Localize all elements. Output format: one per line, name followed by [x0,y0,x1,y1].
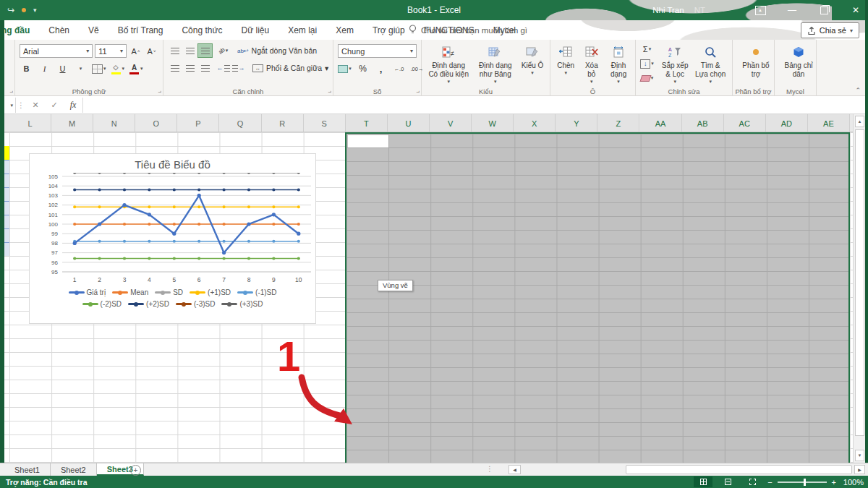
align-bottom-button[interactable] [198,44,212,57]
column-header-S[interactable]: S [304,114,346,132]
alignment-dialog-launcher[interactable]: ⌐ [325,88,331,95]
vertical-scrollbar[interactable]: ▲ ▼ [853,114,865,463]
ribbon-tab-xem[interactable]: Xem [326,20,363,40]
align-center-button[interactable] [183,61,197,74]
column-header-Q[interactable]: Q [220,114,262,132]
ribbon-tab-bố-trí-trang[interactable]: Bố trí Trang [109,20,173,40]
percent-style-button[interactable]: % [356,62,370,75]
chart-legend[interactable]: Giá trịMeanSD(+1)SD(-1)SD(-2)SD(+2)SD(-3… [30,288,315,308]
scroll-left-icon[interactable]: ◀ [509,465,521,474]
column-header-M[interactable]: M [51,114,93,132]
enter-button[interactable]: ✓ [45,98,64,113]
collapse-ribbon-icon[interactable]: ⌃ [855,87,861,94]
ribbon-tab-công-thức[interactable]: Công thức [172,20,231,40]
chart-object[interactable]: Tiêu đề Biểu đồ 959697989910010110210310… [29,153,316,324]
number-format-select[interactable]: Chung▾ [338,44,417,58]
decrease-indent-button[interactable]: ← [216,61,230,74]
accounting-format-button[interactable]: ▾ [338,62,352,75]
find-select-button[interactable]: Tìm & Lựa chọn [693,43,728,85]
tell-me-box[interactable]: Cho tôi biết bạn muốn làm gì [409,20,527,40]
sheet-tab-sheet2[interactable]: Sheet2 [51,463,97,476]
minimize-button[interactable]: — [786,4,799,17]
orientation-button[interactable]: ab▾ [216,44,230,57]
zoom-slider[interactable] [778,481,827,483]
scroll-down-icon[interactable]: ▼ [855,450,864,461]
sheet-grid[interactable]: Tiêu đề Biểu đồ 959697989910010110210310… [0,132,854,463]
ribbon-tab-dữ-liệu[interactable]: Dữ liệu [231,20,278,40]
vertical-scroll-thumb[interactable] [855,129,864,436]
selected-range[interactable] [345,132,850,463]
restore-button[interactable] [817,4,830,17]
column-header-Y[interactable]: Y [556,114,597,132]
ribbon-tab-trợ-giúp[interactable]: Trợ giúp [363,20,414,40]
format-as-table-button[interactable]: Định dạng như Bảng [474,43,516,85]
active-cell-T1[interactable] [348,135,388,147]
italic-button[interactable]: I [38,62,51,75]
addins-button[interactable]: Phần bổ trợ [737,43,775,80]
ribbon-tab-xem-lại[interactable]: Xem lại [278,20,326,40]
increase-indent-button[interactable]: → [231,61,245,74]
column-header-X[interactable]: X [514,114,556,132]
borders-button[interactable]: ▾ [92,62,106,75]
tab-bar-handle[interactable]: ⋮ [486,465,493,473]
highlighted-yellow-cell[interactable] [4,146,9,160]
insert-cells-button[interactable]: Chèn [555,43,576,77]
close-button[interactable]: ✕ [849,4,862,17]
zoom-slider-thumb[interactable] [804,479,806,486]
page-layout-view-button[interactable] [718,476,737,487]
align-left-button[interactable] [168,61,182,74]
align-right-button[interactable] [198,61,212,74]
conditional-formatting-button[interactable]: ≠ Định dạng Có điều kiện [426,43,471,85]
zoom-level[interactable]: 100% [842,478,864,487]
bold-button[interactable]: B [20,62,33,75]
accessibility-status[interactable]: Trợ năng: Cần điều tra [6,478,87,487]
guide-board-button[interactable]: Bảng chỉ dẫn [779,43,818,80]
font-size-select[interactable]: 11▾ [95,44,127,58]
delete-cells-button[interactable]: Xóa bỏ [581,43,602,85]
zoom-out-button[interactable]: − [767,478,772,487]
column-header-P[interactable]: P [177,114,219,132]
wrap-text-button[interactable]: ab↩Ngắt dòng Văn bản [237,44,317,57]
column-header-U[interactable]: U [388,114,430,132]
column-header-AB[interactable]: AB [682,114,724,132]
ribbon-tab-vẽ[interactable]: Vẽ [79,20,109,40]
underline-button[interactable]: U [56,62,69,75]
ribbon-display-options-button[interactable]: ▴ [754,4,767,17]
column-header-R[interactable]: R [262,114,304,132]
column-header-AA[interactable]: AA [640,114,682,132]
column-header-N[interactable]: N [93,114,135,132]
number-dialog-launcher[interactable]: ⌐ [413,88,420,95]
format-cells-button[interactable]: Định dạng [606,43,631,85]
dialog-launcher-icon[interactable]: ⌐ [7,88,13,95]
underline-dropdown[interactable]: ▾ [74,62,88,75]
decrease-font-size-button[interactable]: A˅ [145,45,158,58]
font-color-button[interactable]: A▾ [129,62,143,75]
column-header-T[interactable]: T [346,114,388,132]
highlighted-data-cells[interactable] [4,160,9,256]
autosum-button[interactable]: Σ▾ [640,43,654,56]
scroll-up-icon[interactable]: ▲ [855,116,864,127]
ribbon-tab-ng-đầu[interactable]: ng đầu [0,20,39,40]
share-button[interactable]: Chia sẻ ▾ [801,22,859,38]
new-sheet-button[interactable]: + [130,465,141,476]
merge-center-button[interactable]: ↔Phối & Căn giữa▾ [252,61,328,74]
chart-title[interactable]: Tiêu đề Biểu đồ [30,158,315,171]
page-break-view-button[interactable] [743,476,762,487]
column-header-O[interactable]: O [135,114,177,132]
column-header-AE[interactable]: AE [808,114,850,132]
zoom-in-button[interactable]: + [832,478,836,487]
formula-input[interactable] [82,98,868,113]
column-header-AC[interactable]: AC [724,114,766,132]
column-header-Z[interactable]: Z [597,114,639,132]
increase-decimal-button[interactable]: ←.0 [392,62,406,75]
sort-filter-button[interactable]: AZ Sắp xếp & Lọc [659,43,691,85]
cell-styles-button[interactable]: Kiểu Ô [519,43,545,77]
column-header-V[interactable]: V [430,114,472,132]
clear-button[interactable]: ▾ [640,72,654,85]
comma-style-button[interactable]: , [374,62,388,75]
font-name-select[interactable]: Arial▾ [20,44,93,58]
column-header-W[interactable]: W [472,114,514,132]
column-header-AD[interactable]: AD [766,114,808,132]
column-header-L[interactable]: L [9,114,51,132]
user-initials-badge[interactable]: NT [694,6,705,14]
